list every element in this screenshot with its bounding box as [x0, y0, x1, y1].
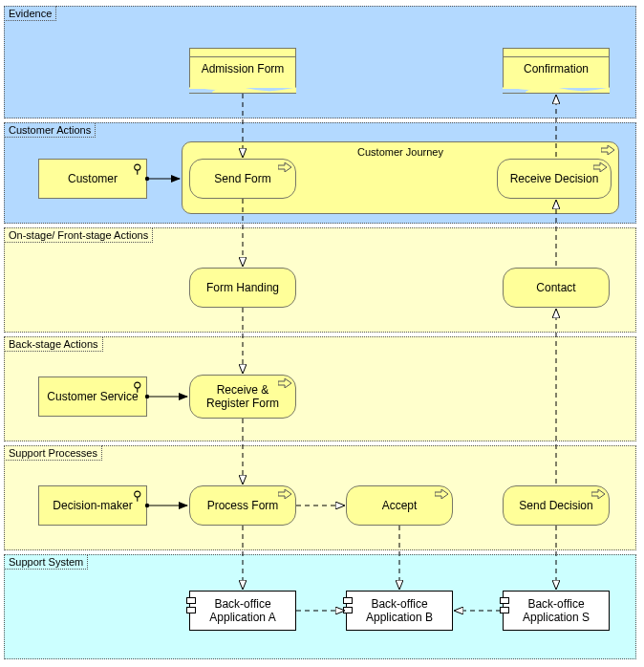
- comp-label: Back-office Application S: [507, 597, 605, 624]
- proc-register: Receive & Register Form: [189, 375, 296, 419]
- doc-confirmation: Confirmation: [503, 48, 610, 88]
- arrow-icon: [601, 145, 614, 155]
- actor-decision: ⚲ Decision-maker: [38, 485, 147, 526]
- proc-label: Receive & Register Form: [194, 383, 291, 410]
- person-icon: ⚲: [133, 380, 142, 393]
- doc-line: [504, 56, 609, 57]
- actor-label: Customer Service: [47, 390, 138, 403]
- journey-label: Customer Journey: [182, 146, 618, 158]
- doc-line: [190, 56, 295, 57]
- proc-accept: Accept: [346, 485, 453, 526]
- doc-admission: Admission Form: [189, 48, 296, 88]
- proc-process-form: Process Form: [189, 485, 296, 526]
- comp-app-b: Back-office Application B: [346, 591, 453, 631]
- proc-label: Receive Decision: [510, 172, 599, 185]
- diagram-canvas: Evidence Customer Actions On-stage/ Fron…: [0, 0, 644, 667]
- lane-label: Back-stage Actions: [4, 336, 103, 352]
- proc-label: Process Form: [207, 499, 279, 512]
- comp-label: Back-office Application A: [194, 597, 291, 624]
- proc-send-decision: Send Decision: [503, 485, 610, 526]
- comp-app-a: Back-office Application A: [189, 591, 296, 631]
- component-icon: [343, 597, 353, 616]
- doc-label: Admission Form: [202, 62, 285, 75]
- lane-label: On-stage/ Front-stage Actions: [4, 227, 153, 243]
- person-icon: ⚲: [133, 162, 142, 175]
- actor-label: Customer: [68, 172, 118, 185]
- actor-customer: ⚲ Customer: [38, 159, 147, 199]
- serv-label: Form Handing: [206, 281, 279, 294]
- lane-label: Support Processes: [4, 445, 102, 461]
- proc-label: Send Decision: [519, 499, 592, 512]
- arrow-icon: [278, 162, 291, 172]
- comp-label: Back-office Application B: [351, 597, 448, 624]
- proc-send-form: Send Form: [189, 159, 296, 199]
- proc-label: Send Form: [214, 172, 270, 185]
- person-icon: ⚲: [133, 489, 142, 502]
- arrow-icon: [593, 162, 607, 172]
- component-icon: [500, 597, 509, 616]
- arrow-icon: [278, 378, 291, 388]
- lane-label: Evidence: [4, 6, 56, 21]
- arrow-icon: [435, 489, 448, 499]
- proc-label: Accept: [382, 499, 418, 512]
- serv-label: Contact: [536, 281, 575, 294]
- lane-label: Support System: [4, 554, 88, 570]
- doc-label: Confirmation: [524, 62, 589, 75]
- actor-label: Decision-maker: [53, 499, 132, 512]
- component-icon: [186, 597, 196, 616]
- proc-receive-decision: Receive Decision: [497, 159, 612, 199]
- comp-app-s: Back-office Application S: [503, 591, 610, 631]
- lane-label: Customer Actions: [4, 122, 96, 138]
- actor-service: ⚲ Customer Service: [38, 377, 147, 417]
- serv-contact: Contact: [503, 268, 610, 308]
- arrow-icon: [278, 489, 291, 499]
- serv-form-handing: Form Handing: [189, 268, 296, 308]
- arrow-icon: [591, 489, 605, 499]
